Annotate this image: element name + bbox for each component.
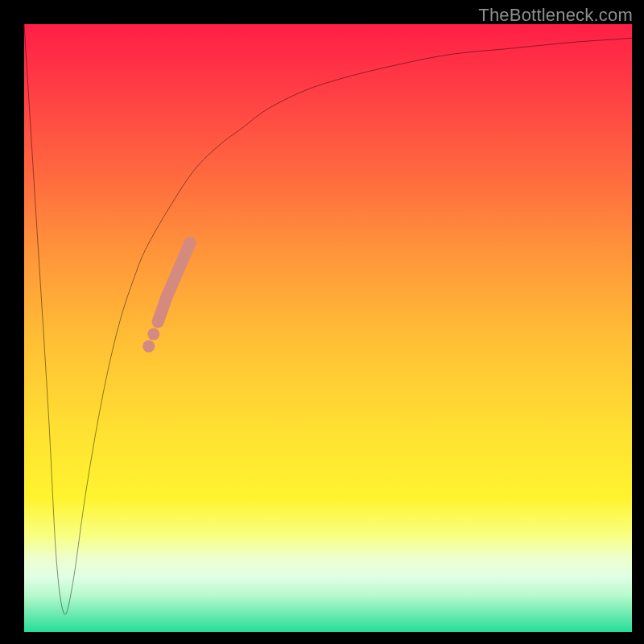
marker-dot-1 bbox=[142, 341, 155, 353]
marker-dot-2 bbox=[147, 328, 159, 341]
attribution-text: TheBottleneck.com bbox=[478, 5, 633, 26]
curve-markers bbox=[142, 243, 190, 353]
chart-frame: TheBottleneck.com bbox=[0, 0, 644, 644]
chart-svg bbox=[24, 24, 632, 632]
bottleneck-curve bbox=[24, 24, 632, 614]
marker-seg-2 bbox=[167, 243, 190, 298]
plot-area bbox=[24, 24, 632, 632]
